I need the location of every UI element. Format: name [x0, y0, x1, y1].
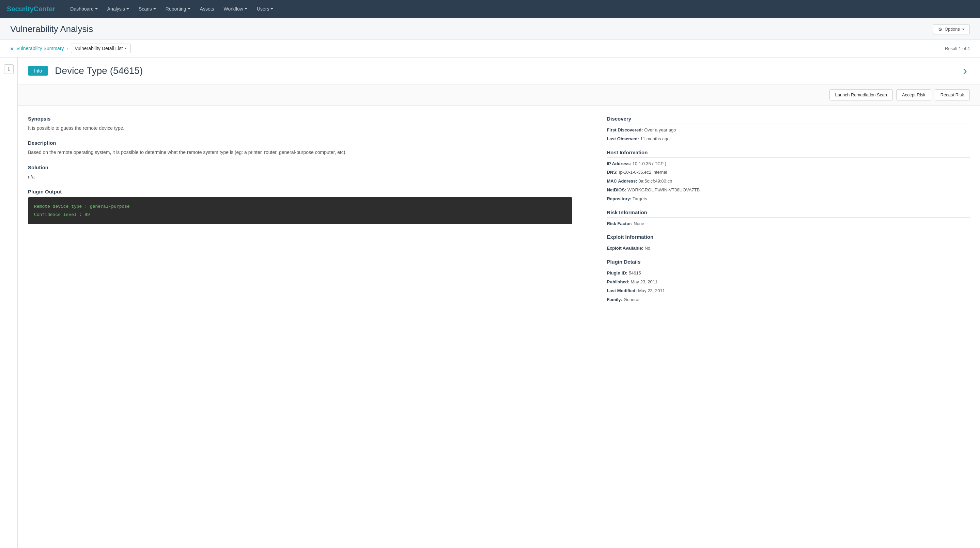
family-value: General: [624, 297, 640, 302]
action-bar: Launch Remediation Scan Accept Risk Reca…: [18, 84, 980, 106]
chevron-down-icon: [153, 8, 156, 10]
chevron-down-icon: [270, 8, 273, 10]
discovery-section: Discovery First Discovered: Over a year …: [607, 116, 970, 143]
dns-row: DNS: ip-10-1-0-35.ec2.internal: [607, 169, 970, 176]
repository-label: Repository:: [607, 196, 631, 201]
family-label: Family:: [607, 297, 622, 302]
exploit-available-value: No: [644, 246, 650, 251]
code-line-1: Remote device type : general-purpose: [34, 203, 566, 210]
risk-info-title: Risk Information: [607, 210, 970, 218]
repository-row: Repository: Targets: [607, 195, 970, 203]
description-text: Based on the remote operating system, it…: [28, 148, 572, 156]
info-badge: Info: [28, 66, 48, 76]
code-line-2: Confidence level : 99: [34, 211, 566, 219]
description-title: Description: [28, 140, 572, 146]
result-count: Result 1 of 4: [945, 46, 970, 51]
brand-part2: Center: [34, 5, 55, 13]
accept-risk-button[interactable]: Accept Risk: [896, 89, 931, 100]
plugin-id-row: Plugin ID: 54615: [607, 270, 970, 277]
solution-title: Solution: [28, 165, 572, 170]
breadcrumb-left: » Vulnerability Summary › Vulnerability …: [10, 44, 131, 53]
page-title: Vulnerability Analysis: [10, 24, 93, 34]
brand-part1: Security: [7, 5, 34, 13]
plugin-details-section: Plugin Details Plugin ID: 54615 Publishe…: [607, 259, 970, 303]
nav-link-reporting[interactable]: Reporting: [161, 0, 195, 18]
nav-item-workflow[interactable]: Workflow: [219, 0, 252, 18]
synopsis-text: It is possible to guess the remote devic…: [28, 124, 572, 132]
last-modified-row: Last Modified: May 23, 2011: [607, 288, 970, 295]
dns-label: DNS:: [607, 170, 617, 175]
first-discovered-row: First Discovered: Over a year ago: [607, 127, 970, 134]
repository-value: Targets: [633, 196, 647, 201]
netbios-label: NetBIOS:: [607, 187, 626, 192]
breadcrumb-separator: ›: [67, 46, 68, 51]
last-modified-label: Last Modified:: [607, 288, 636, 293]
last-observed-row: Last Observed: 11 months ago: [607, 135, 970, 143]
risk-factor-value: None: [633, 221, 644, 226]
plugin-title: Device Type (54615): [55, 65, 953, 76]
detail-body: Synopsis It is possible to guess the rem…: [18, 106, 980, 320]
netbios-row: NetBIOS: WORKGROUP\WIN-VT38UOVA7TB: [607, 187, 970, 194]
exploit-available-row: Exploit Available: No: [607, 245, 970, 252]
nav-link-scans[interactable]: Scans: [134, 0, 161, 18]
breadcrumb-current-dropdown[interactable]: Vulnerability Detail List: [71, 44, 131, 53]
ip-value: 10.1.0.35 ( TCP ): [633, 161, 666, 166]
main-layout: 1 Info Device Type (54615) › Launch Reme…: [0, 57, 980, 548]
nav-item-scans[interactable]: Scans: [134, 0, 161, 18]
dns-value: ip-10-1-0-35.ec2.internal: [619, 170, 667, 175]
chevron-down-icon: [245, 8, 247, 10]
host-info-title: Host Information: [607, 149, 970, 158]
exploit-available-label: Exploit Available:: [607, 246, 643, 251]
sidebar: 1: [0, 57, 18, 548]
published-value: May 23, 2011: [630, 279, 657, 284]
nav-item-reporting[interactable]: Reporting: [161, 0, 195, 18]
ip-row: IP Address: 10.1.0.35 ( TCP ): [607, 160, 970, 168]
options-button[interactable]: ⚙ Options: [933, 24, 970, 34]
chevron-down-icon: [124, 48, 127, 49]
expand-icon[interactable]: »: [10, 45, 14, 52]
mac-row: MAC Address: 0a:5c:cf:49:80:cb: [607, 178, 970, 185]
nav-item-assets[interactable]: Assets: [195, 0, 219, 18]
family-row: Family: General: [607, 296, 970, 303]
chevron-down-icon: [188, 8, 191, 10]
breadcrumb-parent-link[interactable]: Vulnerability Summary: [16, 46, 64, 51]
nav-link-analysis[interactable]: Analysis: [103, 0, 134, 18]
nav-item-dashboard[interactable]: Dashboard: [65, 0, 103, 18]
nav-item-analysis[interactable]: Analysis: [103, 0, 134, 18]
discovery-title: Discovery: [607, 116, 970, 124]
gear-icon: ⚙: [938, 27, 943, 32]
plugin-id-label: Plugin ID:: [607, 270, 627, 276]
last-observed-label: Last Observed:: [607, 136, 639, 141]
launch-remediation-scan-button[interactable]: Launch Remediation Scan: [829, 89, 893, 100]
nav-link-workflow[interactable]: Workflow: [219, 0, 252, 18]
netbios-value: WORKGROUP\WIN-VT38UOVA7TB: [627, 187, 700, 192]
exploit-info-title: Exploit Information: [607, 234, 970, 242]
ip-label: IP Address:: [607, 161, 631, 166]
next-result-button[interactable]: ›: [960, 64, 970, 78]
solution-text: n/a: [28, 173, 572, 181]
nav-link-dashboard[interactable]: Dashboard: [65, 0, 103, 18]
first-discovered-value: Over a year ago: [644, 127, 676, 132]
nav-item-users[interactable]: Users: [252, 0, 278, 18]
mac-value: 0a:5c:cf:49:80:cb: [638, 178, 672, 184]
last-observed-value: 11 months ago: [640, 136, 670, 141]
navbar: SecurityCenter Dashboard Analysis Scans …: [0, 0, 980, 18]
synopsis-title: Synopsis: [28, 116, 572, 122]
plugin-header: Info Device Type (54615) ›: [18, 57, 980, 84]
exploit-info-section: Exploit Information Exploit Available: N…: [607, 234, 970, 252]
chevron-down-icon: [126, 8, 129, 10]
sidebar-number[interactable]: 1: [4, 64, 14, 74]
nav-link-users[interactable]: Users: [252, 0, 278, 18]
first-discovered-label: First Discovered:: [607, 127, 643, 132]
risk-info-section: Risk Information Risk Factor: None: [607, 210, 970, 227]
plugin-output-code: Remote device type : general-purpose Con…: [28, 197, 572, 224]
chevron-down-icon: [962, 29, 965, 30]
mac-label: MAC Address:: [607, 178, 637, 184]
nav-link-assets[interactable]: Assets: [195, 0, 219, 18]
breadcrumb-row: » Vulnerability Summary › Vulnerability …: [0, 40, 980, 57]
host-info-section: Host Information IP Address: 10.1.0.35 (…: [607, 149, 970, 203]
recast-risk-button[interactable]: Recast Risk: [935, 89, 970, 100]
published-label: Published:: [607, 279, 629, 284]
nav-menu: Dashboard Analysis Scans Reporting A: [65, 0, 278, 18]
chevron-down-icon: [95, 8, 98, 10]
